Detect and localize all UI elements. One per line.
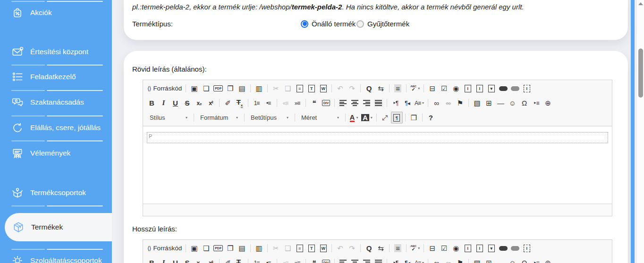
replace-button[interactable]: ⇆ [375,242,387,254]
language-button[interactable]: A≡▾ [413,257,425,263]
sidebar-item-feladatkezelo[interactable]: Feladatkezelő [11,69,76,85]
justify-left-button[interactable] [337,97,349,109]
justify-right-button[interactable] [361,257,373,263]
print-button[interactable]: ▤ [236,82,248,94]
bg-color-button[interactable]: A▾ [360,112,374,123]
bidi-rtl-button[interactable]: ¶◂ [401,257,413,263]
maximize-button[interactable]: ⤢ [379,112,391,123]
bold-button[interactable]: B [146,97,158,109]
find-button[interactable]: Q [363,82,375,94]
sidebar-item-velemenyek[interactable]: Vélemények [11,145,70,161]
select-all-button[interactable]: ≡ [392,82,404,94]
bidi-ltr-button[interactable]: ‣¶ [390,97,401,109]
create-div-button[interactable]: DIV [320,97,332,109]
unlink-button[interactable]: ∞ [442,257,454,263]
select-field-button[interactable]: ▾ [485,82,497,94]
horizontal-rule-button[interactable]: ― [495,97,507,109]
underline-button[interactable]: U [169,257,181,263]
undo-button[interactable]: ↶ [334,82,346,94]
form-button[interactable]: ⊟ [426,242,438,254]
style-select[interactable]: Stílus▾ [146,112,191,123]
source-button[interactable]: ⟨⟩Forráskód [146,82,183,94]
editor-body[interactable]: P [143,126,612,204]
templates-button[interactable]: ▥ [253,82,265,94]
copy-formatting-button[interactable]: ✐ [222,97,234,109]
spell-check-button[interactable]: ABC✓▾ [409,242,421,254]
text-color-button[interactable]: A▾ [348,112,360,123]
text-field-button[interactable]: I [462,242,474,254]
create-div-button[interactable]: DIV [320,257,332,263]
italic-button[interactable]: I [158,97,169,109]
paragraph-block[interactable]: P [147,132,608,143]
doc-props-button[interactable]: ❒ [408,112,420,123]
outdent-button[interactable]: «≡ [280,97,291,109]
unlink-button[interactable]: ∞ [442,97,454,109]
checkbox-button[interactable]: ☑ [438,242,450,254]
source-button[interactable]: ⟨⟩Forráskód [146,242,183,254]
justify-block-button[interactable] [373,257,384,263]
button-field-button[interactable] [497,82,509,94]
indent-button[interactable]: »≡ [291,97,303,109]
cut-button[interactable]: ✂ [270,82,282,94]
blockquote-button[interactable]: ❝ [308,97,320,109]
outdent-button[interactable]: «≡ [280,257,291,263]
table-button[interactable]: ⊞ [483,257,495,263]
page-break-button[interactable]: ‣≡ [530,97,542,109]
print-button[interactable]: ▤ [236,242,248,254]
iframe-button[interactable]: ⊕ [542,97,554,109]
sidebar-item-ertesitesi-kozpont[interactable]: Értesítési központ [11,44,88,60]
bidi-ltr-button[interactable]: ‣¶ [390,257,401,263]
textarea-button[interactable]: I [474,242,485,254]
button-field-button[interactable] [497,242,509,254]
undo-button[interactable]: ↶ [334,242,346,254]
new-page-button[interactable]: ❏ [200,82,212,94]
radio-button-button[interactable]: ◉ [450,242,462,254]
form-button[interactable]: ⊟ [426,82,438,94]
justify-right-button[interactable] [361,97,373,109]
redo-button[interactable]: ↷ [346,242,358,254]
save-button[interactable]: ▣ [188,242,200,254]
show-blocks-button[interactable]: ¶ [391,112,403,123]
radio-gyujtotermek[interactable]: Gyűjtőtermék [356,20,409,28]
paste-button[interactable]: ≡ [294,82,305,94]
sidebar-item-szaktanacsadas[interactable]: Szaktanácsadás [11,94,84,110]
paste-text-button[interactable]: T [305,242,317,254]
justify-center-button[interactable] [349,97,361,109]
strike-button[interactable]: S [181,257,193,263]
remove-format-button[interactable]: Tx [234,257,246,263]
radio-button-button[interactable]: ◉ [450,82,462,94]
radio-onallo-termek[interactable]: Önálló termék [301,20,356,28]
about-button[interactable]: ? [425,112,437,123]
blockquote-button[interactable]: ❝ [308,257,320,263]
paste-word-button[interactable]: W [317,82,329,94]
special-char-button[interactable]: Ω [518,257,530,263]
anchor-button[interactable]: ⚑ [454,257,466,263]
sidebar-item-szolgaltatascsoportok[interactable]: Szolgáltatáscsoportok [11,253,102,263]
smiley-button[interactable]: ☺ [507,257,518,263]
subscript-button[interactable]: x₂ [193,97,205,109]
iframe-button[interactable]: ⊕ [542,257,554,263]
smiley-button[interactable]: ☺ [507,97,518,109]
sidebar-item-akciok[interactable]: Akciók [11,5,52,21]
image-button[interactable]: ▧ [471,257,483,263]
scrollbar-up-arrow-icon[interactable] [638,2,643,5]
spell-check-button[interactable]: ABC✓▾ [409,82,421,94]
image-button[interactable]: ▧ [471,97,483,109]
copy-button[interactable]: ❑ [282,82,294,94]
link-button[interactable]: ∞ [431,97,442,109]
hidden-field-button[interactable]: I [521,242,533,254]
copy-formatting-button[interactable]: ✐ [222,257,234,263]
numbered-list-button[interactable]: 1≡ [251,97,263,109]
bulleted-list-button[interactable]: •≡ [263,257,274,263]
paste-word-button[interactable]: W [317,242,329,254]
format-select[interactable]: Formátum▾ [196,112,242,123]
justify-block-button[interactable] [373,97,384,109]
anchor-button[interactable]: ⚑ [454,97,466,109]
scrollbar[interactable] [636,0,644,263]
templates-button[interactable]: ▥ [253,242,265,254]
horizontal-rule-button[interactable]: ― [495,257,507,263]
indent-button[interactable]: »≡ [291,257,303,263]
export-pdf-button[interactable]: PDF [212,82,224,94]
find-button[interactable]: Q [363,242,375,254]
sidebar-item-termekcsoportok[interactable]: Termékcsoportok [11,185,86,201]
